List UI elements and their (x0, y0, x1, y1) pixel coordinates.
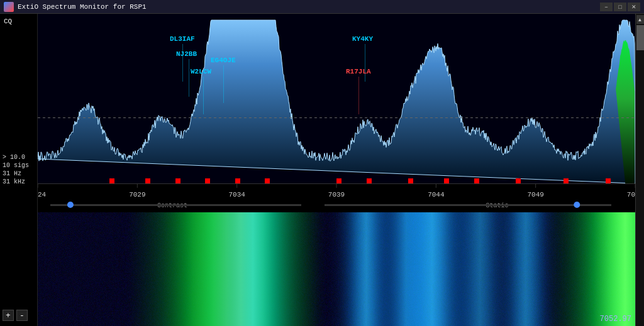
titlebar: ExtiO Spectrum Monitor for RSP1 − □ ✕ (0, 0, 644, 14)
red-marker (564, 178, 569, 183)
red-marker (408, 178, 413, 183)
stats-area: > 10.010 sigs31 Hz31 kHz (1, 31, 36, 307)
red-marker (145, 178, 150, 183)
sidebar: CQ > 10.010 sigs31 Hz31 kHz + - (0, 14, 38, 326)
minimize-button[interactable]: − (600, 3, 613, 11)
callsign-line (189, 59, 189, 97)
cq-label: CQ (1, 16, 36, 26)
zoom-in-button[interactable]: + (3, 310, 14, 321)
red-marker (336, 178, 341, 183)
callsign-line (182, 44, 183, 82)
freq-axis (38, 183, 635, 198)
callsign-line (358, 77, 359, 114)
red-marker (265, 178, 270, 183)
freq-readout: 7052.97 (600, 315, 631, 323)
stat-line: > 10.0 (3, 154, 35, 161)
waterfall-canvas (38, 212, 635, 326)
callsign-ky4ky: KY4KY (352, 35, 373, 43)
callsign-r17jla: R17JLA (346, 68, 371, 75)
zoom-out-button[interactable]: - (16, 310, 28, 321)
waterfall-area: 7052.97 (38, 212, 635, 326)
callsign-nj2bb: NJ2BB (176, 50, 197, 58)
scroll-up-button[interactable]: ▲ (636, 15, 644, 24)
callsign-eg4oje: EG4OJE (211, 57, 236, 64)
freq-canvas (38, 184, 635, 199)
callsign-dl3iaf: DL3IAF (170, 35, 195, 43)
red-marker (474, 178, 479, 183)
app-icon (4, 2, 14, 12)
titlebar-left: ExtiO Spectrum Monitor for RSP1 (4, 2, 147, 12)
markers-layer (38, 177, 635, 183)
callsigns-layer: DL3IAFNJ2BBEG4OJEW2LCWKY4KYR17JLA (38, 14, 635, 183)
callsign-line (365, 44, 365, 82)
red-marker (175, 178, 180, 183)
stat-line: 31 kHz (3, 178, 35, 185)
scrollbar-area[interactable]: ▲ (635, 14, 644, 326)
close-button[interactable]: ✕ (628, 3, 640, 11)
red-marker (205, 178, 210, 183)
spectrum-container: DL3IAFNJ2BBEG4OJEW2LCWKY4KYR17JLA 7052.9… (38, 14, 635, 326)
maximize-button[interactable]: □ (614, 3, 626, 11)
callsign-line (203, 77, 204, 114)
scroll-thumb[interactable] (636, 25, 644, 50)
callsign-w2lcw: W2LCW (191, 68, 211, 75)
titlebar-controls[interactable]: − □ ✕ (600, 3, 640, 11)
sliders-row[interactable] (38, 198, 635, 212)
stat-line: 10 sigs (3, 162, 35, 169)
red-marker (109, 178, 114, 183)
red-marker (444, 178, 449, 183)
red-marker (367, 178, 372, 183)
callsign-line (223, 65, 224, 103)
stat-line: 31 Hz (3, 170, 35, 177)
main-container: CQ > 10.010 sigs31 Hz31 kHz + - DL3IAFNJ… (0, 14, 644, 326)
zoom-controls[interactable]: + - (1, 307, 36, 323)
red-marker (606, 178, 611, 183)
titlebar-title: ExtiO Spectrum Monitor for RSP1 (18, 3, 147, 11)
spectrum-area: DL3IAFNJ2BBEG4OJEW2LCWKY4KYR17JLA (38, 14, 635, 183)
sliders-canvas (38, 198, 635, 212)
red-marker (516, 178, 521, 183)
red-marker (235, 178, 240, 183)
